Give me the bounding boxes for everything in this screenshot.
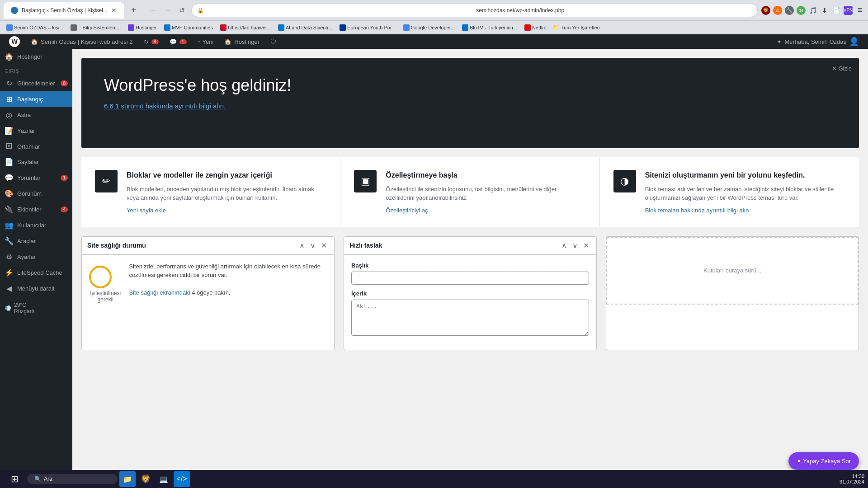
- ai-ask-button[interactable]: ✦ Yapay Zekaya Sor: [788, 452, 859, 470]
- browser-tab[interactable]: Başlangıç ‹ Semih Özdaş | Kişisel... ✕: [4, 2, 124, 19]
- kullanicilar-label: Kullanıcılar: [17, 222, 46, 229]
- sidebar-item-baslangic[interactable]: ⊞ Başlangıç: [0, 91, 72, 107]
- hostinger-icon: 🏠: [5, 52, 14, 61]
- bookmark-item[interactable]: AI and Data Scienti...: [275, 23, 335, 32]
- sidebar-item-menu-collapse[interactable]: ◀ Menüyü daralt: [0, 281, 72, 296]
- sidebar-item-guncellemeler[interactable]: ↻ Güncellemeler 8: [0, 75, 72, 91]
- wp-updates-button[interactable]: ↻ 8: [138, 34, 164, 49]
- home-icon: 🏠: [31, 38, 38, 45]
- widget-collapse-up-button[interactable]: ∧: [297, 240, 307, 251]
- widget-site-health: Site sağlığı durumu ∧ ∨ ✕ İyileştirilmes…: [81, 236, 335, 350]
- sidebar-item-astra[interactable]: ◎ Astra: [0, 107, 72, 123]
- bookmark-favicon: [278, 24, 284, 31]
- widget-collapse-up-button[interactable]: ∧: [560, 240, 569, 251]
- wp-shield-button[interactable]: 🛡: [265, 34, 282, 49]
- feature-card-link[interactable]: Özelleştiriciyi aç: [386, 207, 428, 214]
- bookmark-item[interactable]: :: Bilgi Sistemleri ...: [68, 23, 123, 32]
- taskbar-terminal-button[interactable]: 💻: [156, 471, 172, 487]
- yazilar-label: Yazılar: [17, 127, 35, 134]
- sidebar-item-ortamlar[interactable]: 🖼 Ortamlar: [0, 139, 72, 154]
- wp-site-name[interactable]: 🏠 Semih Özdaş | Kişisel web adresi 2: [25, 34, 138, 49]
- sidebar-item-litespeed[interactable]: ⚡ LiteSpeed Cache: [0, 265, 72, 281]
- wp-hostinger-button[interactable]: 🏠 Hostinger: [219, 34, 265, 49]
- bookmark-item[interactable]: MVP Communities: [161, 23, 216, 32]
- bookmark-item[interactable]: European Youth Por _: [337, 23, 399, 32]
- bookmark-all-item[interactable]: 📁 Tüm Yer İşaretleri: [550, 23, 602, 31]
- dashboard-widgets: Site sağlığı durumu ∧ ∨ ✕ İyileştirilmes…: [81, 236, 859, 350]
- nav-refresh-button[interactable]: ↺: [176, 4, 188, 16]
- ext-icon3[interactable]: 🎵: [808, 6, 817, 15]
- wp-logo-icon: W: [9, 36, 20, 47]
- bookmark-label: BluTV - Türkiyenin i...: [470, 25, 517, 30]
- brave-icon[interactable]: 🦁: [761, 6, 770, 15]
- draft-content-textarea[interactable]: [351, 300, 589, 336]
- taskbar-search-text: Ara: [44, 476, 52, 482]
- wp-comments-button[interactable]: 💬 1: [164, 34, 192, 49]
- widget-collapse-down-button[interactable]: ∨: [308, 240, 317, 251]
- widget-close-button[interactable]: ✕: [319, 240, 329, 251]
- main-layout: 🏠 Hostinger Giriş ↻ Güncellemeler 8 ⊞ Ba…: [0, 49, 868, 488]
- astra-icon: ◎: [5, 111, 14, 119]
- litespeed-icon: ⚡: [5, 268, 14, 277]
- feature-card-link[interactable]: Blok temaları hakkında ayrıntılı bilgi a…: [645, 207, 749, 214]
- weather-temp: 29°C: [14, 302, 34, 308]
- bookmark-item[interactable]: Hostinger: [125, 23, 160, 32]
- wp-new-button[interactable]: + Yeni: [192, 34, 219, 49]
- address-bar[interactable]: 🔒 semihozdas.net/wp-admin/index.php: [191, 4, 758, 17]
- ext-icon1[interactable]: 🔧: [785, 6, 794, 15]
- taskbar-explorer-button[interactable]: 📁: [119, 471, 136, 487]
- sidebar-item-hostinger[interactable]: 🏠 Hostinger: [0, 49, 72, 65]
- ext-icon5[interactable]: 📄: [832, 6, 841, 15]
- health-link[interactable]: Site sağlığı ekranındaki: [129, 289, 190, 296]
- new-tab-button[interactable]: +: [127, 3, 140, 17]
- welcome-version-link[interactable]: 6.6.1 sürümü hakkında ayrıntılı bilgi al…: [104, 102, 226, 110]
- bookmark-item[interactable]: Semih ÖZDAŞ – kişi...: [4, 23, 66, 32]
- sidebar-item-araclar[interactable]: 🔧 Araçlar: [0, 233, 72, 249]
- empty-widget-area[interactable]: Kutuları buraya sürü...: [606, 237, 859, 305]
- sidebar-item-sayfalar[interactable]: 📄 Sayfalar: [0, 154, 72, 170]
- widget-title-draft: Hızlı taslak: [349, 242, 382, 249]
- bookmark-item[interactable]: BluTV - Türkiyenin i...: [459, 23, 520, 32]
- wp-logo-button[interactable]: W: [4, 34, 25, 49]
- sidebar-item-eklentiler[interactable]: 🔌 Eklentiler 4: [0, 202, 72, 217]
- bookmark-item[interactable]: https://lab.huawei...: [217, 23, 274, 32]
- nav-back-button[interactable]: ←: [147, 5, 160, 16]
- bookmark-favicon: [524, 24, 531, 31]
- menu-icon[interactable]: ≡: [855, 6, 864, 15]
- sidebar-item-yazilar[interactable]: 📝 Yazılar: [0, 123, 72, 139]
- nav-forward-button[interactable]: →: [162, 5, 175, 16]
- updates-icon: ↻: [5, 79, 14, 88]
- taskbar-search-box[interactable]: 🔍 Ara: [27, 474, 118, 484]
- sidebar-item-ayarlar[interactable]: ⚙ Ayarlar: [0, 249, 72, 265]
- widget-close-button[interactable]: ✕: [581, 240, 591, 251]
- vpn-button[interactable]: VPN: [844, 6, 853, 15]
- tab-close-icon[interactable]: ✕: [111, 7, 117, 14]
- taskbar-browser-button[interactable]: 🦁: [137, 471, 154, 487]
- welcome-hide-button[interactable]: ✕ Gizle: [832, 65, 852, 72]
- customize-icon: ▣: [354, 170, 377, 192]
- ext-icon2[interactable]: 24: [797, 6, 806, 15]
- sidebar-item-gorunum[interactable]: 🎨 Görünüm: [0, 186, 72, 202]
- ext-icon4[interactable]: ⬇: [820, 6, 829, 15]
- widget-collapse-down-button[interactable]: ∨: [571, 240, 580, 251]
- bookmark-favicon: [71, 24, 77, 31]
- wp-admin-bar: W 🏠 Semih Özdaş | Kişisel web adresi 2 ↻…: [0, 34, 868, 49]
- taskbar-vscode-button[interactable]: </>: [174, 471, 190, 487]
- draft-title-input[interactable]: [351, 272, 589, 285]
- shield-icon: 🛡: [270, 38, 276, 45]
- bookmark-item[interactable]: Google Developer...: [401, 23, 458, 32]
- sidebar-item-yorumlar[interactable]: 💬 Yorumlar 1: [0, 170, 72, 186]
- tab-title: Başlangıç ‹ Semih Özdaş | Kişisel...: [22, 7, 108, 14]
- taskbar-start-button[interactable]: ⊞: [4, 471, 25, 487]
- eklentiler-badge: 4: [61, 206, 68, 212]
- sidebar-item-kullanicilar[interactable]: 👥 Kullanıcılar: [0, 217, 72, 233]
- health-label: İyileştirilmesi gerekli: [89, 290, 122, 303]
- feature-card-link[interactable]: Yeni sayfa ekle: [127, 207, 166, 214]
- wp-greeting[interactable]: ✦ Merhaba, Semih Özdaş 👤: [771, 34, 864, 49]
- bookmark-item[interactable]: Netflix: [522, 23, 549, 32]
- feature-card-title: Bloklar ve modeller ile zengin yazar içe…: [127, 171, 326, 180]
- settings-icon: ⚙: [5, 253, 14, 261]
- bookmark-label: Tüm Yer İşaretleri: [561, 25, 599, 30]
- comments-sidebar-icon: 💬: [5, 174, 14, 182]
- bookmark-label: :: Bilgi Sistemleri ...: [78, 25, 121, 30]
